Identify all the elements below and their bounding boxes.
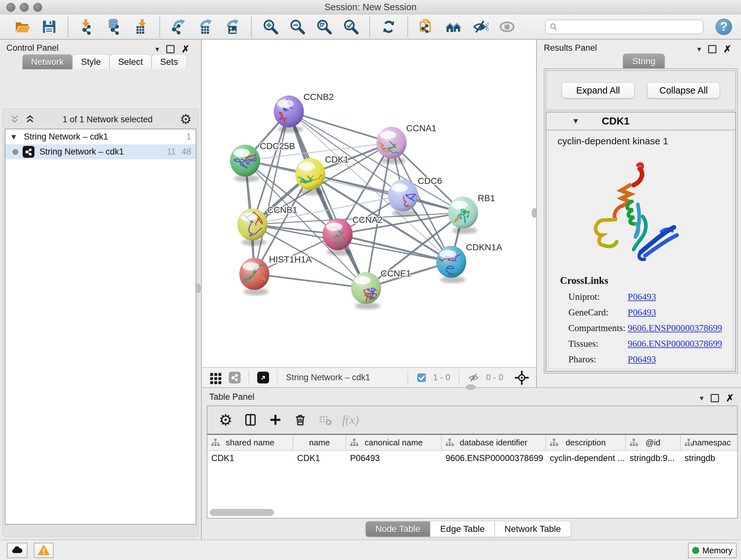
network-collection-row[interactable]: ▼ String Network – cdk1 1 (5, 129, 196, 144)
node-CCNB1[interactable] (238, 208, 267, 246)
collection-expander-icon[interactable]: ▼ (10, 132, 17, 141)
export-image-icon[interactable] (223, 18, 241, 36)
collapse-all-button[interactable]: Collapse All (647, 82, 720, 98)
fit-content-crosshair-icon[interactable] (515, 371, 529, 385)
node-CCNB2[interactable] (274, 96, 304, 133)
crosslink-link[interactable]: 9606.ENSP00000378699 (628, 323, 722, 333)
zoom-out-icon[interactable] (288, 18, 306, 36)
network-selection-status: 1 of 1 Network selected (36, 115, 180, 125)
import-network-icon[interactable] (78, 18, 96, 36)
column-header-name[interactable]: name (293, 435, 346, 450)
string-view-icon[interactable] (229, 372, 241, 383)
node-CCNA2[interactable] (323, 219, 353, 256)
column-header-canonical-name[interactable]: canonical name (346, 435, 442, 450)
table-cell: CDK1 (293, 453, 346, 463)
show-columns-icon[interactable] (242, 411, 259, 428)
zoom-fit-icon[interactable] (315, 18, 333, 36)
edge-CCNB2-HIST1H1A[interactable] (254, 111, 289, 274)
column-header-@id[interactable]: @id (626, 435, 681, 450)
open-folder-icon[interactable] (13, 18, 31, 36)
table-settings-gear-icon[interactable]: ⚙ (217, 411, 234, 428)
cloud-button[interactable] (7, 543, 27, 558)
node-CDC25B[interactable] (230, 145, 264, 182)
close-panel-icon[interactable]: ✗ (724, 44, 731, 55)
table-row[interactable]: CDK1CDK1P064939606.ENSP00000378699cyclin… (207, 451, 737, 465)
eye-slash-icon[interactable] (471, 18, 489, 36)
gene-card-header[interactable]: ▼ CDK1 (546, 112, 735, 130)
collapse-all-icon[interactable] (9, 114, 20, 125)
export-table-icon[interactable] (197, 18, 214, 36)
tab-select[interactable]: Select (110, 54, 151, 69)
table-toolbar: ⚙ (207, 406, 737, 434)
expand-all-icon[interactable] (24, 114, 36, 125)
column-header-shared-name[interactable]: shared name (207, 435, 293, 450)
float-panel-icon[interactable] (711, 394, 719, 402)
birds-eye-view-icon[interactable] (257, 372, 269, 383)
bottom-splitter-handle[interactable] (466, 384, 475, 390)
save-icon[interactable] (40, 18, 58, 36)
edge-HIST1H1A-CCNE1[interactable] (254, 274, 366, 288)
network-options-gear-icon[interactable]: ⚙ (180, 113, 192, 126)
close-panel-icon[interactable]: ✗ (182, 44, 190, 55)
node-CDKN1A[interactable] (436, 246, 466, 283)
horizontal-scrollbar (207, 509, 737, 516)
tab-edge-table[interactable]: Edge Table (430, 521, 495, 537)
zoom-selected-icon[interactable] (342, 18, 360, 36)
node-RB1[interactable] (448, 197, 478, 234)
collection-label: String Network – cdk1 (24, 132, 181, 142)
crosslink-link[interactable]: 9606.ENSP00000378699 (628, 338, 722, 349)
add-column-plus-icon[interactable] (267, 411, 284, 428)
document-share-icon[interactable] (418, 18, 435, 36)
expand-all-button[interactable]: Expand All (562, 82, 634, 98)
close-panel-icon[interactable]: ✗ (726, 392, 734, 403)
hidden-eye-icon[interactable] (467, 371, 480, 384)
crosslink-row: Compartments:9606.ENSP00000378699 (560, 323, 733, 333)
gene-expander-icon[interactable]: ▼ (572, 117, 580, 125)
tab-network-table[interactable]: Network Table (495, 521, 571, 537)
column-header-description[interactable]: description (546, 435, 626, 450)
float-panel-icon[interactable] (166, 45, 175, 53)
export-network-icon[interactable] (170, 18, 188, 36)
network-graph[interactable]: CCNB2CCNA1CDC25BCDK1CDC6RB1CCNB1CCNA2CDK… (202, 40, 536, 367)
refresh-icon[interactable] (380, 18, 398, 36)
panel-menu-icon[interactable]: ▾ (155, 45, 159, 54)
import-database-icon[interactable] (105, 18, 123, 36)
node-CCNA1[interactable] (374, 127, 407, 164)
node-HIST1H1A[interactable] (239, 258, 269, 295)
warnings-button[interactable] (34, 543, 54, 558)
panel-menu-icon[interactable]: ▾ (697, 45, 701, 54)
import-table-icon[interactable] (132, 18, 150, 36)
tab-network[interactable]: Network (22, 54, 72, 69)
left-splitter-handle[interactable] (195, 284, 201, 293)
delete-column-trash-icon[interactable] (292, 411, 309, 428)
houses-icon[interactable] (445, 18, 462, 36)
node-label-CCNA1: CCNA1 (406, 123, 436, 133)
column-header-database-identifier[interactable]: database identifier (442, 435, 546, 450)
selected-checkbox-icon[interactable] (416, 372, 427, 383)
help-button[interactable]: ? (716, 18, 732, 35)
float-panel-icon[interactable] (708, 45, 717, 53)
crosslink-link[interactable]: P06493 (628, 307, 656, 318)
right-splitter-handle[interactable] (532, 208, 537, 218)
column-header-namespac[interactable]: namespac (681, 435, 741, 450)
network-row[interactable]: String Network – cdk1 11 48 (5, 144, 196, 159)
memory-button[interactable]: Memory (688, 543, 737, 558)
tab-style[interactable]: Style (72, 54, 110, 69)
scrollbar-thumb[interactable] (210, 509, 274, 516)
search-input[interactable] (558, 20, 699, 33)
grid-view-icon[interactable] (209, 371, 223, 385)
crosslink-link[interactable]: P06493 (628, 354, 656, 365)
panel-menu-icon[interactable]: ▾ (700, 394, 704, 402)
node-CCNE1[interactable] (351, 272, 381, 309)
tab-string[interactable]: String (623, 54, 665, 69)
window-title: Session: New Session (0, 2, 741, 12)
tab-sets[interactable]: Sets (151, 54, 187, 69)
edge-CCNB2-CCNA1[interactable] (289, 111, 392, 143)
tab-node-table[interactable]: Node Table (365, 521, 430, 537)
crosslink-link[interactable]: P06493 (628, 292, 656, 302)
gene-card-body: cyclin-dependent kinase 1 (548, 130, 733, 369)
node-label-CCNE1: CCNE1 (381, 268, 411, 278)
network-canvas[interactable]: CCNB2CCNA1CDC25BCDK1CDC6RB1CCNB1CCNA2CDK… (202, 40, 536, 387)
edge-count: 48 (182, 147, 191, 157)
zoom-in-icon[interactable] (261, 18, 279, 36)
